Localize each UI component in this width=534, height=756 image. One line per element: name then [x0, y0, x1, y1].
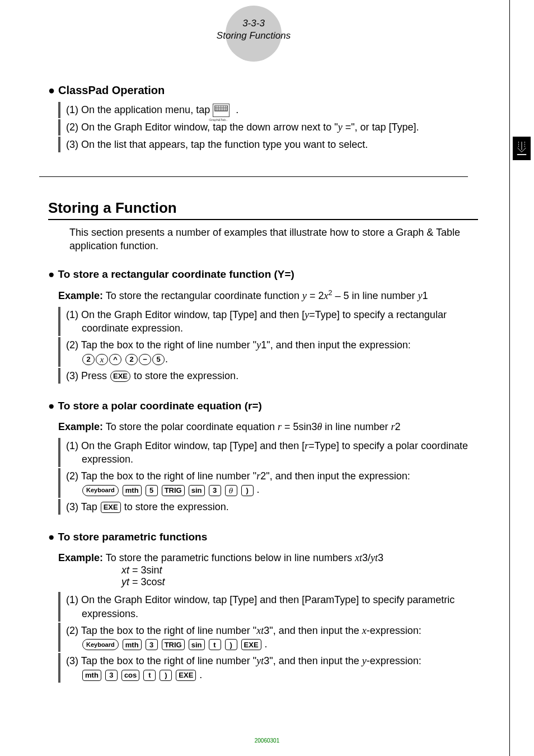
key-2[interactable]: 2 — [82, 354, 95, 365]
key-mth[interactable]: mth — [123, 639, 142, 650]
key-2[interactable]: 2 — [125, 354, 138, 365]
key-sin[interactable]: sin — [189, 639, 205, 650]
step-text: (1) On the Graph Editor window, tap [Typ… — [66, 307, 478, 337]
section-classpad-operation: ● ClassPad Operation — [48, 84, 478, 97]
step-text: (2) Tap the box to the right of line num… — [66, 623, 478, 652]
key-t[interactable]: t — [143, 670, 156, 681]
key-keyboard[interactable]: Keyboard — [82, 639, 119, 650]
key-exe[interactable]: EXE — [176, 670, 196, 681]
step-text: (3) Press EXE to store the expression. — [66, 368, 478, 384]
step-text: (1) On the Graph Editor window, tap [Typ… — [66, 438, 478, 468]
section-polar: ● To store a polar coordinate equation (… — [48, 400, 478, 412]
section-title: To store a polar coordinate equation (r=… — [58, 400, 261, 412]
key-t[interactable]: t — [209, 639, 221, 650]
step-text: (1) On the Graph Editor window, tap [Typ… — [66, 592, 478, 622]
key-minus[interactable]: − — [139, 354, 151, 365]
key-trig[interactable]: TRIG — [162, 485, 185, 496]
step-text: (2) On the Graph Editor window, tap the … — [66, 119, 478, 135]
key-cos[interactable]: cos — [121, 670, 139, 681]
key-x[interactable]: x — [96, 354, 108, 365]
key-5[interactable]: 5 — [152, 354, 165, 365]
step-text: (3) Tap EXE to store the expression. — [66, 499, 478, 515]
param-eq2: yt = 3cost — [121, 576, 478, 588]
key-exe[interactable]: EXE — [110, 371, 130, 382]
key-mth[interactable]: mth — [123, 485, 142, 496]
step-text: (2) Tap the box to the right of line num… — [66, 468, 478, 498]
section-param: ● To store parametric functions — [48, 531, 478, 543]
key-exe[interactable]: EXE — [101, 502, 121, 513]
step-text: (2) Tap the box to the right of line num… — [66, 337, 478, 367]
key-close-paren[interactable]: ) — [241, 485, 254, 496]
section-title: ClassPad Operation — [58, 84, 165, 97]
example-rect: Example: To store the rectangular coordi… — [58, 288, 478, 302]
heading-storing-a-function: Storing a Function — [48, 199, 478, 217]
section-title: To store a rectangular coordinate functi… — [58, 268, 294, 281]
step-text: (3) On the list that appears, tap the fu… — [66, 137, 478, 152]
key-close-paren[interactable]: ) — [160, 670, 172, 681]
key-3[interactable]: 3 — [209, 485, 221, 496]
key-exe[interactable]: EXE — [241, 639, 261, 650]
sidebar — [509, 0, 534, 756]
section-rect: ● To store a rectangular coordinate func… — [48, 268, 478, 281]
example-polar: Example: To store the polar coordinate e… — [58, 420, 478, 433]
graph-and-table-app-icon[interactable] — [213, 104, 229, 117]
page-title-top: Storing Functions — [217, 30, 291, 41]
key-trig[interactable]: TRIG — [162, 639, 185, 650]
param-eq1: xt = 3sint — [121, 564, 478, 576]
section-title: To store parametric functions — [58, 531, 207, 543]
heading-underline — [48, 219, 478, 220]
divider — [39, 176, 468, 177]
intro-paragraph: This section presents a number of exampl… — [69, 226, 478, 253]
key-5[interactable]: 5 — [146, 485, 158, 496]
example-param: Example: To store the parametric functio… — [58, 551, 478, 564]
key-caret[interactable]: ^ — [109, 354, 121, 365]
key-theta[interactable]: θ — [225, 485, 237, 496]
key-sin[interactable]: sin — [189, 485, 205, 496]
key-3[interactable]: 3 — [146, 639, 158, 650]
sidebar-download-icon — [513, 137, 531, 160]
page-header-circle: 3-3-3 Storing Functions — [226, 6, 282, 62]
key-keyboard[interactable]: Keyboard — [82, 485, 119, 496]
key-3[interactable]: 3 — [105, 670, 118, 681]
step-text: (3) Tap the box to the right of line num… — [66, 653, 478, 683]
step-text: (1) On the application menu, tap . — [66, 102, 478, 118]
key-close-paren[interactable]: ) — [225, 639, 237, 650]
key-mth[interactable]: mth — [82, 670, 101, 681]
page-number-top: 3-3-3 — [242, 18, 265, 29]
page-footer-number: 20060301 — [255, 738, 280, 744]
